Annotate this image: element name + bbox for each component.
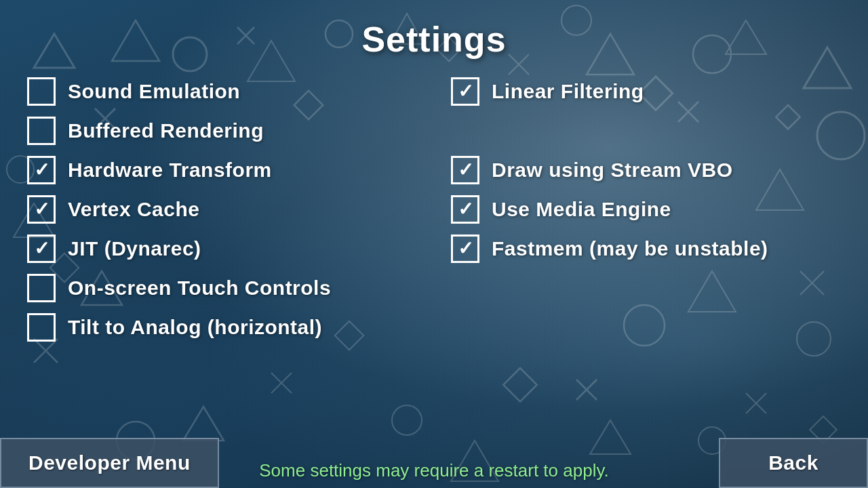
main-content: Settings Sound EmulationBuffered Renderi… <box>0 0 868 488</box>
label-vertex-cache: Vertex Cache <box>68 198 199 221</box>
checkbox-on-screen-touch-controls[interactable] <box>27 274 56 302</box>
label-fastmem: Fastmem (may be unstable) <box>492 237 768 260</box>
checkbox-use-media-engine[interactable] <box>451 195 479 224</box>
checkbox-hardware-transform[interactable] <box>27 156 56 184</box>
setting-item-sound-emulation[interactable]: Sound Emulation <box>27 73 424 110</box>
developer-menu-button[interactable]: Developer Menu <box>0 438 219 488</box>
setting-item-tilt-to-analog[interactable]: Tilt to Analog (horizontal) <box>27 309 424 346</box>
label-buffered-rendering: Buffered Rendering <box>68 119 264 142</box>
label-jit-dynarec: JIT (Dynarec) <box>68 237 201 260</box>
right-column: Linear FilteringDraw using Stream VBOUse… <box>424 73 848 455</box>
checkbox-draw-stream-vbo[interactable] <box>451 156 479 184</box>
label-linear-filtering: Linear Filtering <box>492 80 644 103</box>
label-draw-stream-vbo: Draw using Stream VBO <box>492 159 733 182</box>
label-use-media-engine: Use Media Engine <box>492 198 671 221</box>
left-column: Sound EmulationBuffered RenderingHardwar… <box>20 73 424 455</box>
checkbox-buffered-rendering[interactable] <box>27 117 56 145</box>
setting-item-jit-dynarec[interactable]: JIT (Dynarec) <box>27 230 424 267</box>
label-on-screen-touch-controls: On-screen Touch Controls <box>68 277 331 300</box>
checkbox-jit-dynarec[interactable] <box>27 235 56 263</box>
settings-grid: Sound EmulationBuffered RenderingHardwar… <box>0 73 868 455</box>
spacer <box>451 113 848 149</box>
setting-item-hardware-transform[interactable]: Hardware Transform <box>27 152 424 188</box>
checkbox-vertex-cache[interactable] <box>27 195 56 224</box>
label-hardware-transform: Hardware Transform <box>68 159 272 182</box>
checkbox-sound-emulation[interactable] <box>27 77 56 106</box>
setting-item-on-screen-touch-controls[interactable]: On-screen Touch Controls <box>27 270 424 306</box>
bottom-bar: Developer Menu Back <box>0 438 868 488</box>
back-button[interactable]: Back <box>719 438 868 488</box>
page-title: Settings <box>361 19 506 60</box>
setting-item-buffered-rendering[interactable]: Buffered Rendering <box>27 113 424 149</box>
setting-item-fastmem[interactable]: Fastmem (may be unstable) <box>451 230 848 267</box>
setting-item-draw-stream-vbo[interactable]: Draw using Stream VBO <box>451 152 848 188</box>
label-tilt-to-analog: Tilt to Analog (horizontal) <box>68 316 322 339</box>
checkbox-linear-filtering[interactable] <box>451 77 479 106</box>
setting-item-use-media-engine[interactable]: Use Media Engine <box>451 191 848 228</box>
checkbox-fastmem[interactable] <box>451 235 479 263</box>
setting-item-vertex-cache[interactable]: Vertex Cache <box>27 191 424 228</box>
setting-item-linear-filtering[interactable]: Linear Filtering <box>451 73 848 110</box>
checkbox-tilt-to-analog[interactable] <box>27 313 56 342</box>
label-sound-emulation: Sound Emulation <box>68 80 240 103</box>
